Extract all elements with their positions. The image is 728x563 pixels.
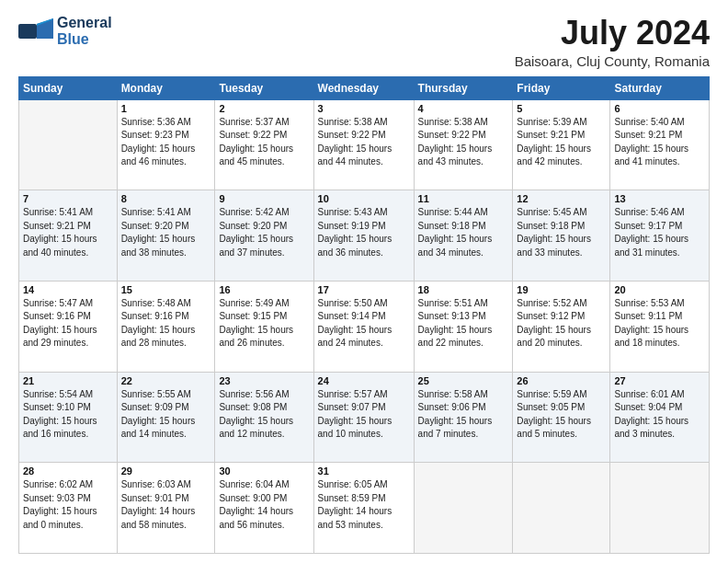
day-info: Sunrise: 6:04 AM Sunset: 9:00 PM Dayligh… bbox=[219, 478, 309, 532]
calendar-cell: 29Sunrise: 6:03 AM Sunset: 9:01 PM Dayli… bbox=[117, 463, 215, 554]
calendar-cell: 8Sunrise: 5:41 AM Sunset: 9:20 PM Daylig… bbox=[117, 190, 215, 282]
day-number: 13 bbox=[614, 193, 705, 204]
day-number: 28 bbox=[23, 465, 113, 477]
calendar-cell: 30Sunrise: 6:04 AM Sunset: 9:00 PM Dayli… bbox=[215, 463, 313, 554]
day-number: 16 bbox=[219, 284, 309, 295]
calendar-cell: 1Sunrise: 5:36 AM Sunset: 9:23 PM Daylig… bbox=[117, 99, 215, 190]
day-info: Sunrise: 6:02 AM Sunset: 9:03 PM Dayligh… bbox=[23, 478, 113, 532]
day-info: Sunrise: 5:44 AM Sunset: 9:18 PM Dayligh… bbox=[418, 206, 509, 259]
calendar-cell: 27Sunrise: 6:01 AM Sunset: 9:04 PM Dayli… bbox=[610, 372, 710, 463]
day-number: 25 bbox=[418, 375, 509, 386]
logo-line2: Blue bbox=[57, 31, 112, 48]
day-info: Sunrise: 5:48 AM Sunset: 9:16 PM Dayligh… bbox=[121, 297, 211, 350]
day-number: 1 bbox=[121, 103, 211, 114]
header: General Blue July 2024 Baisoara, Cluj Co… bbox=[18, 15, 710, 69]
calendar-cell: 10Sunrise: 5:43 AM Sunset: 9:19 PM Dayli… bbox=[313, 190, 414, 282]
calendar-week-3: 14Sunrise: 5:47 AM Sunset: 9:16 PM Dayli… bbox=[19, 281, 710, 372]
calendar-cell: 6Sunrise: 5:40 AM Sunset: 9:21 PM Daylig… bbox=[610, 99, 710, 190]
day-info: Sunrise: 5:38 AM Sunset: 9:22 PM Dayligh… bbox=[318, 116, 410, 169]
day-number: 27 bbox=[614, 375, 705, 386]
day-info: Sunrise: 6:01 AM Sunset: 9:04 PM Dayligh… bbox=[614, 388, 705, 442]
header-row: Sunday Monday Tuesday Wednesday Thursday… bbox=[19, 76, 710, 99]
calendar-cell: 22Sunrise: 5:55 AM Sunset: 9:09 PM Dayli… bbox=[117, 372, 215, 463]
calendar-cell: 23Sunrise: 5:56 AM Sunset: 9:08 PM Dayli… bbox=[215, 372, 313, 463]
col-monday: Monday bbox=[117, 76, 215, 99]
day-number: 17 bbox=[318, 284, 410, 295]
calendar-cell bbox=[513, 463, 610, 554]
calendar-cell: 18Sunrise: 5:51 AM Sunset: 9:13 PM Dayli… bbox=[414, 281, 513, 372]
calendar-cell bbox=[610, 463, 710, 554]
calendar-cell: 31Sunrise: 6:05 AM Sunset: 8:59 PM Dayli… bbox=[313, 463, 414, 554]
day-info: Sunrise: 5:52 AM Sunset: 9:12 PM Dayligh… bbox=[517, 297, 606, 350]
day-number: 8 bbox=[121, 193, 211, 204]
calendar-week-1: 1Sunrise: 5:36 AM Sunset: 9:23 PM Daylig… bbox=[19, 99, 710, 190]
day-info: Sunrise: 5:36 AM Sunset: 9:23 PM Dayligh… bbox=[121, 116, 211, 169]
day-number: 18 bbox=[418, 284, 509, 295]
day-number: 23 bbox=[219, 375, 309, 386]
day-number: 4 bbox=[418, 103, 509, 114]
day-info: Sunrise: 5:41 AM Sunset: 9:21 PM Dayligh… bbox=[23, 206, 113, 259]
day-info: Sunrise: 5:49 AM Sunset: 9:15 PM Dayligh… bbox=[219, 297, 309, 350]
calendar-cell: 11Sunrise: 5:44 AM Sunset: 9:18 PM Dayli… bbox=[414, 190, 513, 282]
day-number: 6 bbox=[614, 103, 705, 114]
day-number: 14 bbox=[23, 284, 113, 295]
day-number: 3 bbox=[318, 103, 410, 114]
calendar-cell bbox=[414, 463, 513, 554]
calendar-header: Sunday Monday Tuesday Wednesday Thursday… bbox=[19, 76, 710, 99]
calendar-cell: 25Sunrise: 5:58 AM Sunset: 9:06 PM Dayli… bbox=[414, 372, 513, 463]
logo-icon bbox=[18, 18, 53, 44]
day-info: Sunrise: 5:53 AM Sunset: 9:11 PM Dayligh… bbox=[614, 297, 705, 350]
calendar-cell: 5Sunrise: 5:39 AM Sunset: 9:21 PM Daylig… bbox=[513, 99, 610, 190]
calendar-cell: 20Sunrise: 5:53 AM Sunset: 9:11 PM Dayli… bbox=[610, 281, 710, 372]
day-info: Sunrise: 5:47 AM Sunset: 9:16 PM Dayligh… bbox=[23, 297, 113, 350]
day-number: 30 bbox=[219, 465, 309, 477]
day-info: Sunrise: 5:51 AM Sunset: 9:13 PM Dayligh… bbox=[418, 297, 509, 350]
calendar-cell: 7Sunrise: 5:41 AM Sunset: 9:21 PM Daylig… bbox=[19, 190, 118, 282]
page: General Blue July 2024 Baisoara, Cluj Co… bbox=[0, 0, 728, 563]
day-info: Sunrise: 5:40 AM Sunset: 9:21 PM Dayligh… bbox=[614, 116, 705, 169]
day-info: Sunrise: 6:03 AM Sunset: 9:01 PM Dayligh… bbox=[121, 478, 211, 532]
calendar-cell: 9Sunrise: 5:42 AM Sunset: 9:20 PM Daylig… bbox=[215, 190, 313, 282]
calendar-table: Sunday Monday Tuesday Wednesday Thursday… bbox=[18, 76, 710, 554]
calendar-week-4: 21Sunrise: 5:54 AM Sunset: 9:10 PM Dayli… bbox=[19, 372, 710, 463]
day-number: 9 bbox=[219, 193, 309, 204]
calendar-cell: 2Sunrise: 5:37 AM Sunset: 9:22 PM Daylig… bbox=[215, 99, 313, 190]
calendar-cell: 4Sunrise: 5:38 AM Sunset: 9:22 PM Daylig… bbox=[414, 99, 513, 190]
calendar-cell: 21Sunrise: 5:54 AM Sunset: 9:10 PM Dayli… bbox=[19, 372, 118, 463]
logo: General Blue bbox=[18, 15, 112, 47]
month-title: July 2024 bbox=[515, 15, 710, 52]
subtitle: Baisoara, Cluj County, Romania bbox=[515, 53, 710, 69]
calendar-cell: 3Sunrise: 5:38 AM Sunset: 9:22 PM Daylig… bbox=[313, 99, 414, 190]
col-tuesday: Tuesday bbox=[215, 76, 313, 99]
title-block: July 2024 Baisoara, Cluj County, Romania bbox=[515, 15, 710, 69]
calendar-cell: 26Sunrise: 5:59 AM Sunset: 9:05 PM Dayli… bbox=[513, 372, 610, 463]
calendar-week-5: 28Sunrise: 6:02 AM Sunset: 9:03 PM Dayli… bbox=[19, 463, 710, 554]
calendar-body: 1Sunrise: 5:36 AM Sunset: 9:23 PM Daylig… bbox=[19, 99, 710, 553]
day-info: Sunrise: 5:37 AM Sunset: 9:22 PM Dayligh… bbox=[219, 116, 309, 169]
day-number: 15 bbox=[121, 284, 211, 295]
day-info: Sunrise: 5:55 AM Sunset: 9:09 PM Dayligh… bbox=[121, 388, 211, 442]
day-number: 31 bbox=[318, 465, 410, 477]
day-info: Sunrise: 5:39 AM Sunset: 9:21 PM Dayligh… bbox=[517, 116, 606, 169]
calendar-cell: 17Sunrise: 5:50 AM Sunset: 9:14 PM Dayli… bbox=[313, 281, 414, 372]
day-info: Sunrise: 5:46 AM Sunset: 9:17 PM Dayligh… bbox=[614, 206, 705, 259]
logo-line1: General bbox=[57, 15, 112, 31]
col-friday: Friday bbox=[513, 76, 610, 99]
calendar-cell: 12Sunrise: 5:45 AM Sunset: 9:18 PM Dayli… bbox=[513, 190, 610, 282]
day-number: 2 bbox=[219, 103, 309, 114]
day-info: Sunrise: 5:38 AM Sunset: 9:22 PM Dayligh… bbox=[418, 116, 509, 169]
day-info: Sunrise: 5:50 AM Sunset: 9:14 PM Dayligh… bbox=[318, 297, 410, 350]
day-number: 20 bbox=[614, 284, 705, 295]
day-number: 29 bbox=[121, 465, 211, 477]
day-info: Sunrise: 5:57 AM Sunset: 9:07 PM Dayligh… bbox=[318, 388, 410, 442]
col-thursday: Thursday bbox=[414, 76, 513, 99]
day-number: 26 bbox=[517, 375, 606, 386]
day-info: Sunrise: 5:42 AM Sunset: 9:20 PM Dayligh… bbox=[219, 206, 309, 259]
col-sunday: Sunday bbox=[19, 76, 118, 99]
day-info: Sunrise: 5:54 AM Sunset: 9:10 PM Dayligh… bbox=[23, 388, 113, 442]
day-info: Sunrise: 5:56 AM Sunset: 9:08 PM Dayligh… bbox=[219, 388, 309, 442]
calendar-cell: 15Sunrise: 5:48 AM Sunset: 9:16 PM Dayli… bbox=[117, 281, 215, 372]
svg-rect-0 bbox=[18, 24, 37, 39]
day-number: 21 bbox=[23, 375, 113, 386]
day-number: 19 bbox=[517, 284, 606, 295]
